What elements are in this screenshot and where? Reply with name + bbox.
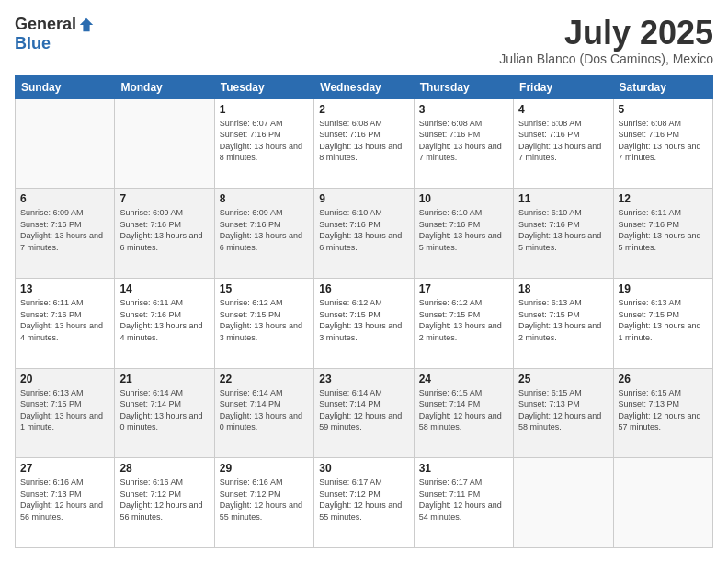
- day-number: 5: [619, 103, 708, 116]
- calendar-week-row: 13Sunrise: 6:11 AM Sunset: 7:16 PM Dayli…: [16, 278, 713, 368]
- weekday-friday: Friday: [514, 75, 613, 98]
- day-info: Sunrise: 6:12 AM Sunset: 7:15 PM Dayligh…: [419, 297, 508, 343]
- day-info: Sunrise: 6:14 AM Sunset: 7:14 PM Dayligh…: [220, 387, 309, 433]
- header: General Blue July 2025 Julian Blanco (Do…: [15, 15, 713, 66]
- day-number: 27: [20, 462, 109, 475]
- day-number: 4: [518, 103, 608, 116]
- table-row: 23Sunrise: 6:14 AM Sunset: 7:14 PM Dayli…: [314, 368, 414, 458]
- table-row: 17Sunrise: 6:12 AM Sunset: 7:15 PM Dayli…: [414, 278, 513, 368]
- day-number: 24: [419, 373, 508, 385]
- day-number: 1: [220, 103, 309, 116]
- table-row: 8Sunrise: 6:09 AM Sunset: 7:16 PM Daylig…: [214, 189, 313, 279]
- table-row: 14Sunrise: 6:11 AM Sunset: 7:16 PM Dayli…: [115, 278, 214, 368]
- day-number: 22: [220, 373, 309, 385]
- table-row: 3Sunrise: 6:08 AM Sunset: 7:16 PM Daylig…: [414, 98, 513, 189]
- day-number: 11: [518, 192, 608, 205]
- table-row: 22Sunrise: 6:14 AM Sunset: 7:14 PM Dayli…: [214, 368, 313, 458]
- day-info: Sunrise: 6:11 AM Sunset: 7:16 PM Dayligh…: [119, 297, 209, 343]
- table-row: 15Sunrise: 6:12 AM Sunset: 7:15 PM Dayli…: [214, 278, 313, 368]
- table-row: 9Sunrise: 6:10 AM Sunset: 7:16 PM Daylig…: [314, 189, 414, 279]
- day-number: 10: [419, 192, 508, 205]
- table-row: [613, 458, 712, 548]
- table-row: 11Sunrise: 6:10 AM Sunset: 7:16 PM Dayli…: [514, 189, 613, 279]
- day-info: Sunrise: 6:10 AM Sunset: 7:16 PM Dayligh…: [518, 207, 608, 253]
- day-info: Sunrise: 6:09 AM Sunset: 7:16 PM Dayligh…: [220, 207, 309, 253]
- day-number: 28: [119, 462, 209, 475]
- day-number: 23: [319, 373, 408, 385]
- day-number: 3: [419, 103, 508, 116]
- day-info: Sunrise: 6:16 AM Sunset: 7:12 PM Dayligh…: [119, 477, 209, 523]
- table-row: 30Sunrise: 6:17 AM Sunset: 7:12 PM Dayli…: [314, 458, 414, 548]
- day-number: 29: [220, 462, 309, 475]
- day-info: Sunrise: 6:11 AM Sunset: 7:16 PM Dayligh…: [619, 207, 708, 253]
- day-info: Sunrise: 6:09 AM Sunset: 7:16 PM Dayligh…: [119, 207, 209, 253]
- day-number: 14: [119, 282, 209, 295]
- table-row: 16Sunrise: 6:12 AM Sunset: 7:15 PM Dayli…: [314, 278, 414, 368]
- logo-general: General: [15, 15, 76, 34]
- table-row: 29Sunrise: 6:16 AM Sunset: 7:12 PM Dayli…: [214, 458, 313, 548]
- table-row: 18Sunrise: 6:13 AM Sunset: 7:15 PM Dayli…: [514, 278, 613, 368]
- table-row: 20Sunrise: 6:13 AM Sunset: 7:15 PM Dayli…: [16, 368, 115, 458]
- table-row: 10Sunrise: 6:10 AM Sunset: 7:16 PM Dayli…: [414, 189, 513, 279]
- day-info: Sunrise: 6:13 AM Sunset: 7:15 PM Dayligh…: [20, 387, 109, 433]
- day-number: 6: [20, 192, 109, 205]
- day-info: Sunrise: 6:16 AM Sunset: 7:13 PM Dayligh…: [20, 477, 109, 523]
- table-row: [514, 458, 613, 548]
- table-row: [115, 98, 214, 189]
- calendar-week-row: 1Sunrise: 6:07 AM Sunset: 7:16 PM Daylig…: [16, 98, 713, 189]
- day-number: 15: [220, 282, 309, 295]
- weekday-sunday: Sunday: [16, 75, 115, 98]
- table-row: 27Sunrise: 6:16 AM Sunset: 7:13 PM Dayli…: [16, 458, 115, 548]
- day-number: 26: [619, 373, 708, 385]
- logo-blue: Blue: [15, 34, 51, 52]
- calendar-week-row: 27Sunrise: 6:16 AM Sunset: 7:13 PM Dayli…: [16, 458, 713, 548]
- table-row: 1Sunrise: 6:07 AM Sunset: 7:16 PM Daylig…: [214, 98, 313, 189]
- table-row: 19Sunrise: 6:13 AM Sunset: 7:15 PM Dayli…: [613, 278, 712, 368]
- day-info: Sunrise: 6:17 AM Sunset: 7:12 PM Dayligh…: [319, 477, 408, 523]
- day-number: 9: [319, 192, 408, 205]
- table-row: 5Sunrise: 6:08 AM Sunset: 7:16 PM Daylig…: [613, 98, 712, 189]
- day-number: 31: [419, 462, 508, 475]
- title-block: July 2025 Julian Blanco (Dos Caminos), M…: [499, 15, 713, 66]
- day-number: 19: [619, 282, 708, 295]
- table-row: [16, 98, 115, 189]
- svg-marker-0: [80, 17, 93, 30]
- weekday-monday: Monday: [115, 75, 214, 98]
- table-row: 21Sunrise: 6:14 AM Sunset: 7:14 PM Dayli…: [115, 368, 214, 458]
- logo-icon: [78, 17, 95, 33]
- calendar-header-row: Sunday Monday Tuesday Wednesday Thursday…: [16, 75, 713, 98]
- day-info: Sunrise: 6:14 AM Sunset: 7:14 PM Dayligh…: [119, 387, 209, 433]
- table-row: 6Sunrise: 6:09 AM Sunset: 7:16 PM Daylig…: [16, 189, 115, 279]
- day-info: Sunrise: 6:08 AM Sunset: 7:16 PM Dayligh…: [419, 118, 508, 164]
- day-number: 30: [319, 462, 408, 475]
- calendar-week-row: 20Sunrise: 6:13 AM Sunset: 7:15 PM Dayli…: [16, 368, 713, 458]
- day-info: Sunrise: 6:14 AM Sunset: 7:14 PM Dayligh…: [319, 387, 408, 433]
- day-number: 25: [518, 373, 608, 385]
- table-row: 12Sunrise: 6:11 AM Sunset: 7:16 PM Dayli…: [613, 189, 712, 279]
- day-info: Sunrise: 6:15 AM Sunset: 7:13 PM Dayligh…: [619, 387, 708, 433]
- day-info: Sunrise: 6:12 AM Sunset: 7:15 PM Dayligh…: [319, 297, 408, 343]
- weekday-tuesday: Tuesday: [214, 75, 313, 98]
- day-info: Sunrise: 6:10 AM Sunset: 7:16 PM Dayligh…: [319, 207, 408, 253]
- day-number: 20: [20, 373, 109, 385]
- month-title: July 2025: [499, 15, 713, 52]
- table-row: 2Sunrise: 6:08 AM Sunset: 7:16 PM Daylig…: [314, 98, 414, 189]
- day-info: Sunrise: 6:09 AM Sunset: 7:16 PM Dayligh…: [20, 207, 109, 253]
- calendar-table: Sunday Monday Tuesday Wednesday Thursday…: [15, 75, 713, 548]
- day-info: Sunrise: 6:08 AM Sunset: 7:16 PM Dayligh…: [518, 118, 608, 164]
- day-number: 12: [619, 192, 708, 205]
- day-info: Sunrise: 6:16 AM Sunset: 7:12 PM Dayligh…: [220, 477, 309, 523]
- day-info: Sunrise: 6:07 AM Sunset: 7:16 PM Dayligh…: [220, 118, 309, 164]
- day-info: Sunrise: 6:13 AM Sunset: 7:15 PM Dayligh…: [518, 297, 608, 343]
- day-info: Sunrise: 6:11 AM Sunset: 7:16 PM Dayligh…: [20, 297, 109, 343]
- day-number: 17: [419, 282, 508, 295]
- table-row: 25Sunrise: 6:15 AM Sunset: 7:13 PM Dayli…: [514, 368, 613, 458]
- page: General Blue July 2025 Julian Blanco (Do…: [0, 0, 728, 563]
- table-row: 31Sunrise: 6:17 AM Sunset: 7:11 PM Dayli…: [414, 458, 513, 548]
- day-number: 21: [119, 373, 209, 385]
- table-row: 7Sunrise: 6:09 AM Sunset: 7:16 PM Daylig…: [115, 189, 214, 279]
- day-info: Sunrise: 6:15 AM Sunset: 7:14 PM Dayligh…: [419, 387, 508, 433]
- table-row: 28Sunrise: 6:16 AM Sunset: 7:12 PM Dayli…: [115, 458, 214, 548]
- calendar-week-row: 6Sunrise: 6:09 AM Sunset: 7:16 PM Daylig…: [16, 189, 713, 279]
- weekday-wednesday: Wednesday: [314, 75, 414, 98]
